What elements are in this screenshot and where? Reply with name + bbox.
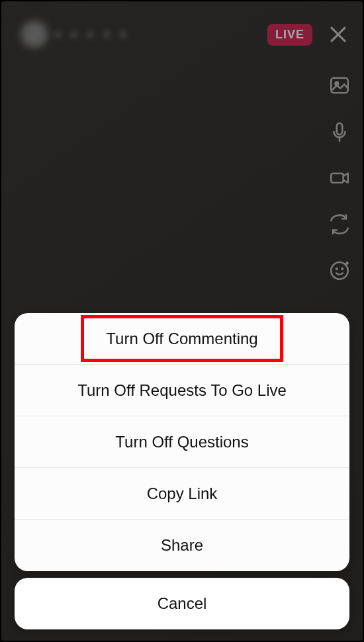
option-label: Share	[161, 536, 203, 555]
option-turn-off-questions[interactable]: Turn Off Questions	[15, 416, 349, 468]
cancel-button[interactable]: Cancel	[15, 578, 349, 629]
option-label: Turn Off Requests To Go Live	[77, 381, 287, 400]
option-share[interactable]: Share	[15, 520, 349, 571]
cancel-label: Cancel	[158, 594, 207, 613]
action-sheet: Turn Off Commenting Turn Off Requests To…	[15, 313, 349, 629]
live-stream-screen: • • • • • LIVE	[1, 1, 363, 641]
option-turn-off-requests[interactable]: Turn Off Requests To Go Live	[15, 365, 349, 416]
option-label: Copy Link	[147, 484, 218, 503]
option-label: Turn Off Commenting	[106, 330, 257, 348]
action-sheet-options: Turn Off Commenting Turn Off Requests To…	[15, 313, 349, 571]
option-turn-off-commenting[interactable]: Turn Off Commenting	[15, 313, 349, 365]
option-label: Turn Off Questions	[115, 433, 248, 451]
option-copy-link[interactable]: Copy Link	[15, 468, 349, 520]
